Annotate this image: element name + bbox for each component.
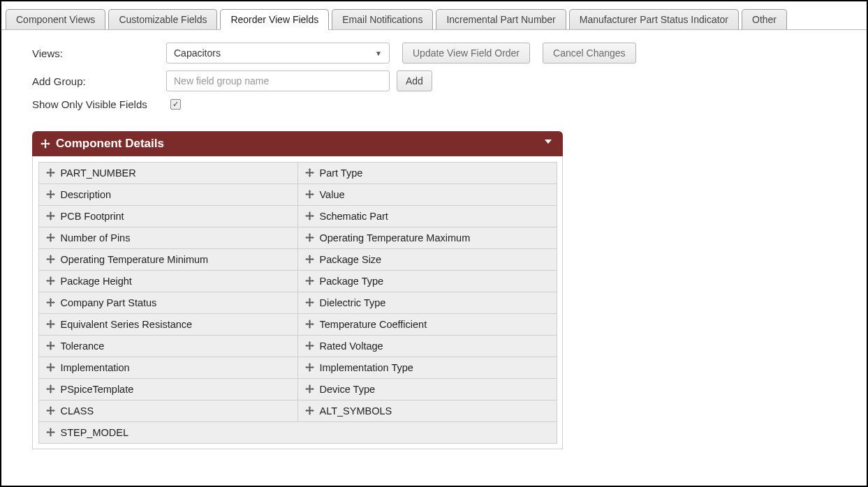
field-label: Temperature Coefficient [320,319,427,330]
views-select[interactable]: Capacitors ▼ [166,43,390,63]
field-cell[interactable]: Description [38,183,298,206]
field-cell[interactable]: Dielectric Type [297,292,557,314]
svg-marker-109 [308,341,311,343]
svg-marker-100 [312,323,314,326]
add-button[interactable]: Add [397,70,432,91]
field-cell[interactable]: CLASS [38,400,298,422]
svg-marker-37 [308,211,311,213]
tab-email-notifications[interactable]: Email Notifications [332,9,433,30]
field-cell[interactable]: PSpiceTemplate [38,378,298,400]
svg-marker-127 [49,384,52,387]
svg-marker-39 [305,215,307,218]
svg-marker-38 [308,218,311,220]
svg-marker-128 [49,391,52,394]
svg-marker-105 [46,345,48,347]
field-cell[interactable]: Value [297,183,557,206]
field-cell[interactable]: Schematic Part [297,205,557,227]
svg-marker-154 [53,431,55,434]
svg-marker-1 [44,147,47,149]
field-cell[interactable]: Operating Temperature Minimum [38,248,298,271]
field-cell[interactable]: Package Type [297,270,557,292]
svg-marker-63 [305,258,307,261]
field-cell[interactable]: Equivalent Series Resistance [38,313,298,336]
move-icon [46,406,55,415]
svg-marker-58 [53,258,55,261]
move-icon [46,341,55,350]
field-cell[interactable]: PCB Footprint [38,205,298,227]
field-label: Implementation [61,362,130,373]
svg-marker-93 [46,323,48,326]
tab-reorder-view-fields[interactable]: Reorder View Fields [220,9,329,30]
field-label: Equivalent Series Resistance [61,319,193,330]
svg-marker-86 [308,305,311,307]
update-view-field-order-button[interactable]: Update View Field Order [402,43,530,63]
svg-marker-116 [49,370,52,372]
add-group-label: Add Group: [32,75,166,87]
field-cell[interactable]: Package Height [38,270,298,292]
svg-marker-61 [308,255,311,257]
tab-incremental-part-number[interactable]: Incremental Part Number [436,9,566,30]
tab-customizable-fields[interactable]: Customizable Fields [108,9,217,30]
field-cell[interactable]: Operating Temperature Maximum [297,227,557,249]
svg-marker-130 [53,388,55,391]
field-cell[interactable]: Temperature Coefficient [297,313,557,336]
move-icon [46,320,55,329]
svg-marker-9 [46,172,48,174]
svg-marker-22 [53,193,55,196]
field-cell[interactable]: Device Type [297,378,557,400]
field-label: Implementation Type [320,362,413,373]
svg-marker-73 [308,276,311,278]
show-only-visible-checkbox[interactable]: ✓ [170,99,181,110]
field-cell[interactable]: ALT_SYMBOLS [297,400,557,422]
field-cell[interactable]: STEP_MODEL [38,421,557,444]
field-cell[interactable]: Tolerance [38,335,298,357]
cancel-changes-button[interactable]: Cancel Changes [543,43,636,63]
move-icon [305,341,314,350]
group-header[interactable]: Component Details [32,131,563,156]
svg-marker-15 [305,172,307,174]
field-cell[interactable]: PART_NUMBER [38,162,298,184]
field-cell[interactable]: Rated Voltage [297,335,557,357]
field-label: Tolerance [61,340,105,352]
svg-rect-72 [47,280,52,282]
field-cell[interactable]: Implementation Type [297,357,557,379]
svg-marker-43 [49,233,52,235]
field-label: Schematic Part [320,211,388,222]
svg-marker-3 [48,142,50,145]
field-cell[interactable]: Company Part Status [38,292,298,314]
field-cell[interactable]: Implementation [38,357,298,379]
svg-marker-14 [308,175,311,177]
svg-marker-145 [308,406,311,408]
svg-marker-68 [49,283,52,285]
add-group-input[interactable] [166,70,390,91]
tab-manufacturer-part-status-indicator[interactable]: Manufacturer Part Status Indicator [569,9,739,30]
svg-marker-7 [49,168,52,170]
svg-rect-126 [307,367,311,368]
move-icon [46,276,55,285]
svg-marker-27 [305,193,307,196]
collapse-icon[interactable] [543,137,553,149]
tab-component-views[interactable]: Component Views [6,9,105,30]
move-icon [46,384,55,394]
move-icon [46,168,55,177]
field-cell[interactable]: Number of Pins [38,227,298,249]
svg-marker-69 [46,280,48,283]
field-cell[interactable]: Part Type [297,162,557,184]
svg-rect-48 [47,237,52,239]
field-cell[interactable]: Package Size [297,248,557,271]
svg-marker-129 [46,388,48,391]
field-grid: PART_NUMBERPart TypeDescriptionValuePCB … [32,156,563,449]
svg-marker-80 [49,305,52,307]
svg-marker-99 [305,323,307,326]
field-label: Company Part Status [61,297,157,308]
svg-marker-147 [305,410,307,412]
svg-marker-20 [49,197,52,199]
field-label: PCB Footprint [61,211,124,222]
svg-marker-25 [308,190,311,192]
svg-rect-5 [43,143,48,144]
svg-marker-45 [46,237,48,239]
svg-marker-75 [305,280,307,283]
svg-marker-111 [305,345,307,347]
tab-other[interactable]: Other [742,9,787,30]
svg-marker-74 [308,283,311,285]
